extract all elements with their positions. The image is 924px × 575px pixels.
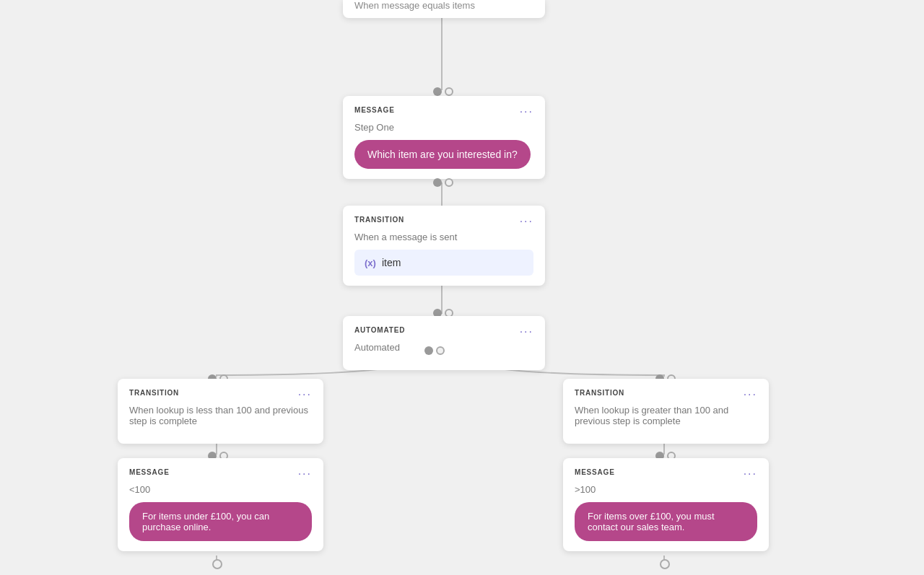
node-subtitle: Step One bbox=[354, 122, 533, 133]
more-button-t1[interactable]: ··· bbox=[520, 216, 533, 227]
node-header-mr: MESSAGE ··· bbox=[575, 468, 757, 480]
message-bubble-left: For items under £100, you can purchase o… bbox=[129, 502, 312, 541]
more-button-auto[interactable]: ··· bbox=[520, 326, 533, 338]
message-node-1: MESSAGE ··· Step One Which item are you … bbox=[343, 96, 545, 179]
node-header: MESSAGE ··· bbox=[354, 106, 533, 118]
var-name: item bbox=[382, 257, 401, 268]
node-subtitle-mr: >100 bbox=[575, 484, 757, 495]
node-type-t1: TRANSITION bbox=[354, 216, 404, 224]
node-type-tl: TRANSITION bbox=[129, 389, 179, 397]
transition-left: TRANSITION ··· When lookup is less than … bbox=[118, 379, 323, 444]
node-type: MESSAGE bbox=[354, 106, 395, 114]
connector-dots-1 bbox=[433, 87, 453, 96]
dot-filled bbox=[433, 87, 442, 96]
more-button-mr[interactable]: ··· bbox=[744, 468, 757, 480]
node-header-t1: TRANSITION ··· bbox=[354, 216, 533, 227]
node-subtitle-tl: When lookup is less than 100 and previou… bbox=[129, 405, 312, 426]
top-partial-text: When message equals items bbox=[354, 0, 475, 11]
node-header-tl: TRANSITION ··· bbox=[129, 389, 312, 400]
node-header-ml: MESSAGE ··· bbox=[129, 468, 312, 480]
dot-empty-2 bbox=[445, 178, 453, 187]
node-subtitle-ml: <100 bbox=[129, 484, 312, 495]
node-header-auto: AUTOMATED ··· bbox=[354, 326, 533, 338]
message-left: MESSAGE ··· <100 For items under £100, y… bbox=[118, 458, 323, 551]
more-button-tl[interactable]: ··· bbox=[298, 389, 312, 400]
more-button-ml[interactable]: ··· bbox=[298, 468, 312, 480]
bottom-circle-right bbox=[660, 559, 670, 569]
message-right: MESSAGE ··· >100 For items over £100, yo… bbox=[563, 458, 769, 551]
top-partial-card: When message equals items bbox=[343, 0, 545, 18]
node-type-ml: MESSAGE bbox=[129, 468, 170, 476]
node-type-mr: MESSAGE bbox=[575, 468, 615, 476]
variable-badge: (x) item bbox=[354, 250, 533, 276]
dot-empty bbox=[445, 87, 453, 96]
more-button-tr[interactable]: ··· bbox=[744, 389, 757, 400]
node-header-tr: TRANSITION ··· bbox=[575, 389, 757, 400]
dot-filled-2 bbox=[433, 178, 442, 187]
node-subtitle-t1: When a message is sent bbox=[354, 232, 533, 242]
connector-dots-4 bbox=[424, 346, 445, 355]
node-type-tr: TRANSITION bbox=[575, 389, 624, 397]
node-subtitle-tr: When lookup is greater than 100 and prev… bbox=[575, 405, 757, 426]
message-bubble-right: For items over £100, you must contact ou… bbox=[575, 502, 757, 541]
bottom-circle-left bbox=[212, 559, 222, 569]
dot-empty-4 bbox=[436, 346, 445, 355]
message-bubble-1: Which item are you interested in? bbox=[354, 140, 531, 169]
more-button-1[interactable]: ··· bbox=[520, 106, 533, 118]
automated-node: AUTOMATED ··· Automated bbox=[343, 316, 545, 370]
dot-filled-4 bbox=[424, 346, 433, 355]
var-icon: (x) bbox=[365, 258, 376, 268]
node-type-auto: AUTOMATED bbox=[354, 326, 405, 334]
transition-node-1: TRANSITION ··· When a message is sent (x… bbox=[343, 206, 545, 286]
connector-dots-2 bbox=[433, 178, 453, 187]
transition-right: TRANSITION ··· When lookup is greater th… bbox=[563, 379, 769, 444]
flow-canvas: When message equals items MESSAGE ··· St… bbox=[0, 0, 924, 575]
